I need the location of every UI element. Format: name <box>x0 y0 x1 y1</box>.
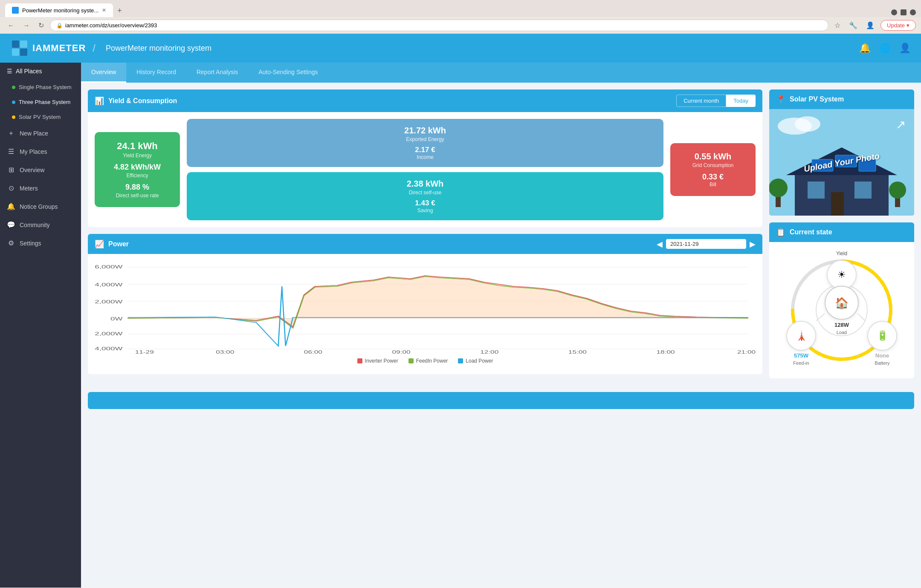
solar-pv-card: 📍 Solar PV System <box>769 89 914 216</box>
chat-icon: 💬 <box>7 221 15 229</box>
update-chevron-icon: ▾ <box>907 22 909 29</box>
restore-icon <box>901 9 907 15</box>
dot-three-phase <box>12 101 15 104</box>
notification-icon[interactable]: 🔔 <box>859 43 871 54</box>
date-next-button[interactable]: ▶ <box>750 239 756 249</box>
url-input[interactable] <box>65 22 822 29</box>
profile-icon[interactable]: 👤 <box>863 20 877 30</box>
tab-history-record[interactable]: History Record <box>126 63 186 83</box>
yield-toggle: Current month Today <box>676 95 756 107</box>
sidebar-all-places[interactable]: ☰ All Places <box>0 63 81 80</box>
tab-title: PowerMeter monitoring syste... <box>22 7 98 14</box>
sidebar-nav-new-place[interactable]: + New Place <box>0 124 81 142</box>
yield-pct-value: 9.88 % <box>103 183 171 192</box>
exported-value: 21.72 kWh <box>194 126 657 135</box>
direct-label: Direct self-use <box>194 190 657 196</box>
tab-close-icon[interactable]: ✕ <box>102 7 106 13</box>
sidebar-nav-community[interactable]: 💬 Community <box>0 216 81 234</box>
solar-pv-header: 📍 Solar PV System <box>769 89 914 109</box>
yield-efficiency-value: 4.82 kWh/kW <box>103 163 171 172</box>
svg-text:03:00: 03:00 <box>216 350 234 355</box>
svg-text:21:00: 21:00 <box>737 350 756 355</box>
grid-consumption-box: 0.55 kWh Grid Consumption 0.33 € Bill <box>670 143 756 196</box>
sidebar-nav-meters[interactable]: ⊙ Meters <box>0 179 81 197</box>
bookmark-icon[interactable]: ☆ <box>832 20 843 30</box>
svg-text:-4,000W: -4,000W <box>95 346 123 351</box>
app-header: IAMMETER / PowerMeter monitoring system … <box>0 34 921 63</box>
yield-main-box: 24.1 kWh Yield Energy 4.82 kWh/kW Effici… <box>95 132 180 207</box>
logo-sq-3 <box>12 49 19 56</box>
legend-feedin: FeedIn Power <box>408 358 448 364</box>
app-logo: IAMMETER <box>10 39 86 58</box>
power-chart-card: 📈 Power ◀ ▶ <box>88 234 762 374</box>
legend-dot-load <box>458 358 463 363</box>
toggle-today[interactable]: Today <box>726 95 756 107</box>
browser-tab[interactable]: PowerMeter monitoring syste... ✕ <box>5 3 113 17</box>
update-button[interactable]: Update ▾ <box>880 20 916 31</box>
exported-income-value: 2.17 € <box>194 146 657 154</box>
tab-report-analysis[interactable]: Report Analysis <box>186 63 248 83</box>
forward-button[interactable]: → <box>20 21 32 30</box>
power-chart-icon: 📈 <box>95 239 104 249</box>
svg-line-39 <box>858 314 865 321</box>
feedin-node-label: Feed-in <box>793 360 809 366</box>
energy-diagram: Yield ☀ 703W 🏠 <box>782 251 901 370</box>
svg-rect-29 <box>854 182 872 199</box>
svg-text:09:00: 09:00 <box>392 350 411 355</box>
tab-overview[interactable]: Overview <box>81 63 126 83</box>
date-nav: ◀ ▶ <box>657 239 756 249</box>
language-icon[interactable]: 🌐 <box>879 43 891 54</box>
sidebar-item-single-phase[interactable]: Single Phase System <box>0 80 81 95</box>
svg-text:2,000W: 2,000W <box>95 299 123 304</box>
exported-label: Exported Energy <box>194 136 657 142</box>
svg-rect-30 <box>831 192 844 216</box>
logo-sq-2 <box>20 40 27 48</box>
yield-card-title: Yield & Consumption <box>108 97 177 105</box>
svg-text:11-29: 11-29 <box>135 350 154 355</box>
sidebar-nav-my-places[interactable]: ☰ My Places <box>0 142 81 161</box>
current-state-title: Current state <box>790 228 832 236</box>
current-state-body: Yield ☀ 703W 🏠 <box>769 242 914 378</box>
date-prev-button[interactable]: ◀ <box>657 239 663 249</box>
battery-node-circle: 🔋 <box>867 321 897 351</box>
logo-sq-4 <box>20 49 27 56</box>
tab-bar: Overview History Record Report Analysis … <box>81 63 921 83</box>
sidebar-nav-overview[interactable]: ⊞ Overview <box>0 161 81 179</box>
logo-sq-1 <box>12 40 19 48</box>
header-divider: / <box>93 42 96 54</box>
house-icon: 🏠 <box>835 296 849 309</box>
load-node-circle: 🏠 <box>825 286 859 320</box>
lock-icon: 🔒 <box>56 23 63 29</box>
feedin-node-value: 575W <box>794 352 808 359</box>
sidebar-item-solar-pv[interactable]: Solar PV System <box>0 110 81 124</box>
sidebar-nav-settings[interactable]: ⚙ Settings <box>0 234 81 252</box>
address-bar[interactable]: 🔒 <box>50 20 828 31</box>
svg-point-22 <box>795 116 820 132</box>
settings-icon: ⚙ <box>7 239 15 247</box>
svg-rect-28 <box>808 182 825 199</box>
yield-consumption-card: 📊 Yield & Consumption Current month Toda… <box>88 89 762 227</box>
yield-energy-label: Yield Energy <box>103 153 171 159</box>
dot-single-phase <box>12 86 15 89</box>
legend-dot-feedin <box>408 358 414 363</box>
grid-value: 0.55 kWh <box>679 152 747 161</box>
bottom-section <box>81 392 921 416</box>
solar-pv-image[interactable]: Upload Your Photo ↗ <box>769 109 914 216</box>
sidebar-nav-notice-groups[interactable]: 🔔 Notice Groups <box>0 197 81 216</box>
new-tab-button[interactable]: + <box>113 5 126 17</box>
svg-text:15:00: 15:00 <box>568 350 587 355</box>
solar-pv-title: Solar PV System <box>790 95 844 103</box>
feedin-node: 🗼 575W Feed-in <box>786 321 816 366</box>
extensions-icon[interactable]: 🔧 <box>846 20 860 30</box>
state-icon: 📋 <box>776 228 785 237</box>
sidebar-item-three-phase[interactable]: Three Phase System <box>0 95 81 110</box>
close-icon <box>910 9 916 15</box>
tab-auto-sending[interactable]: Auto-Sending Settings <box>248 63 328 83</box>
date-input[interactable] <box>666 239 746 249</box>
toggle-current-month[interactable]: Current month <box>676 95 726 107</box>
direct-value: 2.38 kWh <box>194 179 657 189</box>
user-icon[interactable]: 👤 <box>899 43 911 54</box>
legend-load: Load Power <box>458 358 493 364</box>
back-button[interactable]: ← <box>5 21 17 30</box>
reload-button[interactable]: ↻ <box>36 20 46 30</box>
